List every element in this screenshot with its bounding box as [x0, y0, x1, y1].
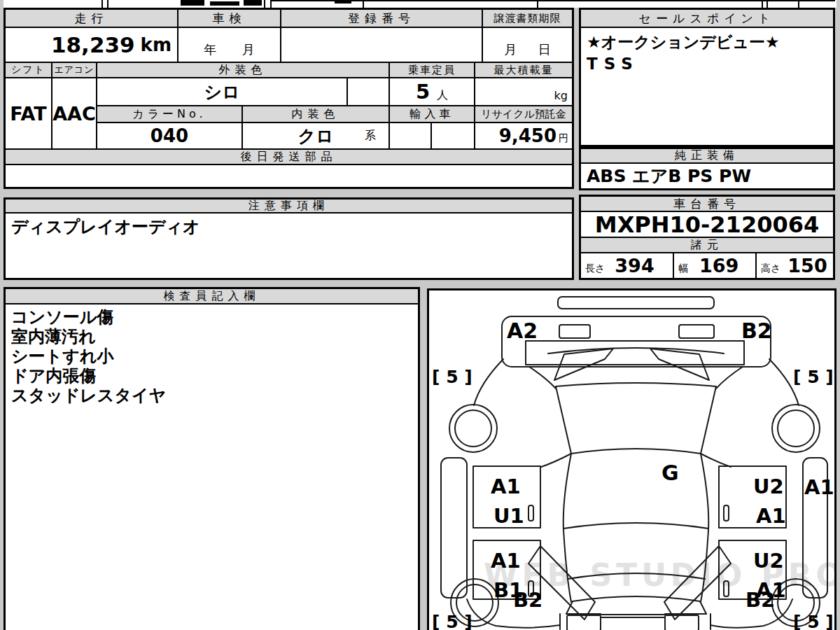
- label-tire-rear-right: [ 5 ]: [793, 612, 834, 630]
- header-shift: シフト: [4, 62, 52, 78]
- later-parts-value-cell: [4, 164, 574, 189]
- aircon-value-cell: AAC: [51, 77, 97, 150]
- max-load-unit: kg: [554, 89, 568, 102]
- wheel-front-right-inner: [778, 410, 814, 447]
- sill-left: [441, 458, 467, 598]
- front-lamp-right: [679, 325, 714, 338]
- header-recycle-deposit: リサイクル預託金: [474, 105, 574, 123]
- color-no-value-cell: 040: [96, 122, 243, 150]
- label-tire-front-left: [ 5 ]: [432, 367, 472, 387]
- header-chassis-number: 車台番号: [579, 195, 835, 212]
- spec-width-cell: 幅 169: [673, 252, 757, 280]
- header-mileage: 走行: [4, 8, 178, 28]
- shaken-year-label: 年: [204, 41, 216, 58]
- label-door-rl-1: A1: [491, 549, 521, 573]
- mileage-value-cell: 18,239 km: [4, 27, 178, 63]
- shift-value-cell: FAT: [4, 77, 52, 150]
- tail-lamp-right: [665, 615, 699, 630]
- label-door-fr-2: A1: [756, 504, 786, 528]
- cropped-row-text-fragment: [244, 0, 262, 6]
- inspector-line: シートすれ小: [11, 346, 412, 366]
- header-later-parts: 後日発送部品: [4, 148, 574, 165]
- rear-band-sides: [560, 614, 710, 629]
- interior-color-suffix: 系: [365, 129, 376, 144]
- label-front-right: B2: [741, 318, 772, 343]
- mileage-value: 18,239: [51, 32, 135, 57]
- notes-line: ディスプレイオーディオ: [11, 216, 566, 238]
- header-shaken: 車検: [177, 8, 281, 28]
- interior-color-value: クロ: [298, 125, 333, 148]
- sales-point-line: ★オークションデビュー★: [587, 31, 827, 53]
- label-door-fl-1: A1: [491, 475, 521, 498]
- hatch-side-right: [700, 601, 706, 614]
- spec-length-value: 394: [615, 255, 654, 276]
- cropped-row-border: [102, 0, 103, 8]
- header-sales-points: セールスポイント: [579, 8, 835, 28]
- header-notes: 注意事項欄: [4, 197, 574, 214]
- a-pillar-left: [529, 367, 556, 388]
- inspector-line: 室内薄汚れ: [11, 327, 412, 346]
- header-transfer-deadline: 譲渡書類期限: [482, 8, 574, 28]
- label-front-left: A2: [507, 318, 538, 343]
- spec-length-cell: 長さ 394: [579, 252, 674, 280]
- recycle-deposit-value-cell: 9,450 円: [474, 122, 574, 150]
- body-line-right: [701, 454, 731, 467]
- label-roof: G: [662, 461, 679, 485]
- cropped-row-border: [270, 0, 835, 1]
- spec-length-label: 長さ: [585, 262, 605, 275]
- cropped-row-border: [264, 0, 265, 8]
- label-door-fr-1: U2: [753, 475, 784, 498]
- spec-width-value: 169: [699, 255, 738, 276]
- door-handle-fr: [724, 505, 729, 521]
- shaken-month-label: 月: [242, 41, 255, 58]
- capacity-value: 5: [416, 80, 430, 104]
- tail-lamp-left: [567, 615, 601, 630]
- label-tire-front-right: [ 5 ]: [793, 367, 834, 387]
- spec-height-label: 高さ: [761, 262, 780, 275]
- spec-height-cell: 高さ 150: [755, 252, 835, 280]
- windshield: [556, 383, 716, 454]
- roof-mid-arc: [564, 523, 708, 528]
- blank-cell: [388, 122, 432, 150]
- sales-points-value-cell: ★オークションデビュー★ TSS: [579, 27, 835, 147]
- header-specs: 諸元: [579, 237, 835, 253]
- cropped-row-text-fragment: [181, 0, 204, 6]
- header-import-car: 輸入車: [388, 105, 475, 123]
- blank-cell: [430, 122, 475, 150]
- label-tire-rear-left: [ 5 ]: [432, 612, 472, 630]
- inspector-line: コンソール傷: [11, 307, 412, 327]
- header-inspector-notes: 検査員記入欄: [4, 287, 420, 304]
- genuine-equipment-value-cell: ABS エアB PS PW: [579, 162, 835, 190]
- transfer-value-cell: 月 日: [482, 27, 574, 63]
- label-side-right: A1: [804, 475, 834, 499]
- header-max-load: 最大積載量: [474, 62, 574, 78]
- sales-point-line: TSS: [587, 53, 827, 75]
- wheel-front-left: [449, 405, 497, 452]
- spec-height-value: 150: [788, 255, 827, 276]
- header-registration: 登録番号: [280, 8, 483, 28]
- exterior-color-value-cell: シロ: [96, 77, 348, 106]
- label-rear-right: B2: [746, 588, 775, 612]
- auction-sheet: 走行 車検 登録番号 譲渡書類期限 18,239 km 年 月 月 日 シフト …: [0, 0, 840, 630]
- body-line-left: [541, 454, 571, 467]
- inspector-line: スタッドレスタイヤ: [11, 386, 412, 405]
- notes-value-cell: ディスプレイオーディオ: [4, 212, 574, 280]
- fender-left: [474, 359, 503, 405]
- mileage-unit: km: [141, 34, 172, 55]
- label-rear-left: B2: [513, 588, 542, 612]
- cropped-row-border: [107, 0, 108, 8]
- registration-value-cell: [280, 27, 483, 63]
- front-lamp-left: [559, 325, 590, 338]
- shaken-value-cell: 年 月: [177, 27, 281, 63]
- inspector-notes-cell: コンソール傷 室内薄汚れ シートすれ小 ドア内張傷 スタッドレスタイヤ: [4, 303, 420, 630]
- recycle-deposit-unit: 円: [559, 132, 568, 145]
- max-load-value-cell: kg: [474, 77, 574, 106]
- transfer-month-label: 月: [504, 41, 517, 58]
- label-door-fl-2: U1: [493, 504, 524, 528]
- damage-diagram-box: WEB STUDIO PRO: [427, 288, 836, 630]
- chassis-number-value-cell: MXPH10-2120064: [579, 211, 835, 238]
- header-capacity: 乗車定員: [388, 62, 475, 78]
- inspector-line: ドア内張傷: [11, 366, 412, 386]
- label-door-rr-1: U2: [753, 549, 784, 573]
- recycle-deposit-value: 9,450: [499, 125, 556, 146]
